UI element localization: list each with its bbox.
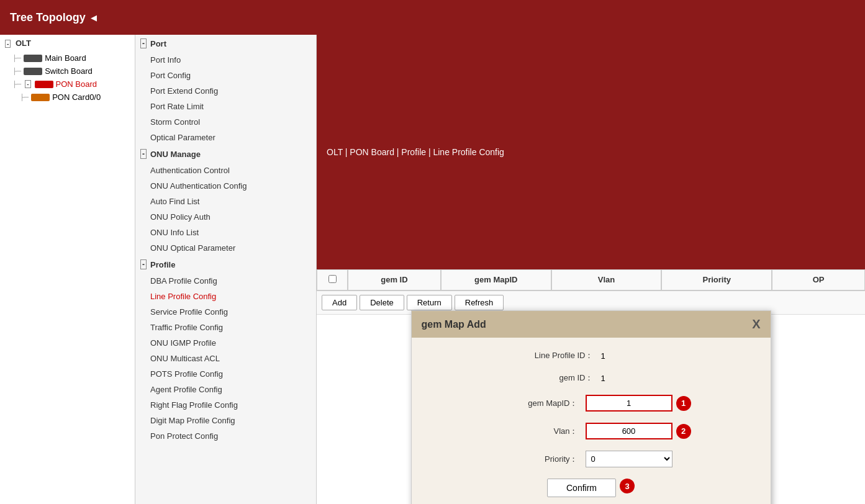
profile-section-header: - Profile xyxy=(135,256,316,273)
port-collapse-btn[interactable]: - xyxy=(140,38,147,48)
line-profile-id-row: Line Profile ID： 1 xyxy=(437,350,746,361)
switchboard-icon xyxy=(24,68,42,75)
sidebar: - OLT ├─ Main Board ├─ Switch Board ├─ -… xyxy=(0,35,135,504)
add-button[interactable]: Add xyxy=(322,295,357,310)
sidebar-item-poncard[interactable]: ├─ PON Card0/0 xyxy=(0,91,135,104)
th-priority: Priority xyxy=(661,269,772,290)
header-checkbox[interactable] xyxy=(328,275,337,283)
vlan-row: Vlan： 2 xyxy=(437,423,746,439)
nav-onu-info-list[interactable]: ONU Info List xyxy=(135,225,316,240)
nav-port-info[interactable]: Port Info xyxy=(135,52,316,68)
refresh-button[interactable]: Refresh xyxy=(455,295,504,310)
modal-close-button[interactable]: X xyxy=(752,317,760,331)
profile-collapse-btn[interactable]: - xyxy=(140,259,147,269)
breadcrumb-text: OLT | PON Board | Profile | Line Profile… xyxy=(327,147,504,157)
gem-id-label: gem ID： xyxy=(507,372,594,384)
nav-onu-auth-config[interactable]: ONU Authentication Config xyxy=(135,178,316,194)
confirm-button[interactable]: Confirm xyxy=(547,479,616,497)
mainboard-label: Main Board xyxy=(45,53,86,63)
line-profile-id-label: Line Profile ID： xyxy=(507,350,594,361)
profile-section-label: Profile xyxy=(150,260,175,269)
main-layout: - OLT ├─ Main Board ├─ Switch Board ├─ -… xyxy=(0,35,865,504)
sidebar-item-mainboard[interactable]: ├─ Main Board xyxy=(0,52,135,65)
vlan-label: Vlan： xyxy=(491,426,578,437)
nav-traffic-profile[interactable]: Traffic Profile Config xyxy=(135,320,316,335)
nav-agent-profile[interactable]: Agent Profile Config xyxy=(135,382,316,397)
ponboard-label: PON Board xyxy=(56,79,97,89)
delete-button[interactable]: Delete xyxy=(360,295,404,310)
header: Tree Topology ◀ xyxy=(0,0,865,35)
nav-onu-policy-auth[interactable]: ONU Policy Auth xyxy=(135,209,316,225)
modal-overlay: gem Map Add X Line Profile ID： 1 gem ID：… xyxy=(317,304,865,504)
gem-map-add-modal: gem Map Add X Line Profile ID： 1 gem ID：… xyxy=(411,310,771,504)
modal-body: Line Profile ID： 1 gem ID： 1 gem MapID： … xyxy=(412,338,771,504)
olt-label: OLT xyxy=(16,38,31,48)
nav-onu-multicast[interactable]: ONU Multicast ACL xyxy=(135,351,316,366)
th-checkbox[interactable] xyxy=(317,269,348,290)
mainboard-icon xyxy=(24,55,42,62)
gem-mapid-label: gem MapID： xyxy=(491,398,578,409)
nav-onu-optical-param[interactable]: ONU Optical Parameter xyxy=(135,240,316,256)
table-header: gem ID gem MapID Vlan Priority OP xyxy=(317,269,865,291)
nav-onu-igmp[interactable]: ONU IGMP Profile xyxy=(135,335,316,351)
nav-port-config[interactable]: Port Config xyxy=(135,68,316,83)
nav-optical-parameter[interactable]: Optical Parameter xyxy=(135,130,316,145)
nav-pots-profile[interactable]: POTS Profile Config xyxy=(135,366,316,382)
confirm-row: Confirm 3 xyxy=(437,479,746,497)
ponboard-icon xyxy=(35,81,53,88)
nav-storm-control[interactable]: Storm Control xyxy=(135,114,316,130)
poncard-label: PON Card0/0 xyxy=(52,92,101,102)
step-badge-2: 2 xyxy=(676,424,691,439)
switchboard-label: Switch Board xyxy=(45,66,93,76)
gem-mapid-input[interactable] xyxy=(586,395,673,412)
middle-panel: - Port Port Info Port Config Port Extend… xyxy=(135,35,317,504)
content-wrapper: gem ID gem MapID Vlan Priority OP Add De… xyxy=(317,269,865,504)
nav-line-profile[interactable]: Line Profile Config xyxy=(135,289,316,304)
priority-row: Priority： 0 1 2 3 4 5 6 7 xyxy=(437,451,746,467)
app-title: Tree Topology xyxy=(10,11,86,24)
th-vlan: Vlan xyxy=(551,269,662,290)
modal-title-bar: gem Map Add X xyxy=(412,311,771,338)
collapse-icon[interactable]: ◀ xyxy=(91,13,97,22)
vlan-input[interactable] xyxy=(586,423,673,439)
th-gem-mapid: gem MapID xyxy=(441,269,551,290)
olt-node[interactable]: - OLT xyxy=(0,35,135,52)
sidebar-item-ponboard[interactable]: ├─ - PON Board xyxy=(0,78,135,91)
sidebar-item-switchboard[interactable]: ├─ Switch Board xyxy=(0,65,135,78)
nav-auth-control[interactable]: Authentication Control xyxy=(135,163,316,178)
port-section-header: - Port xyxy=(135,35,316,52)
th-op: OP xyxy=(772,269,865,290)
port-section-label: Port xyxy=(150,39,166,48)
onu-section-label: ONU Manage xyxy=(150,150,201,159)
priority-label: Priority： xyxy=(491,454,578,465)
poncard-icon xyxy=(31,94,50,101)
gem-id-value: 1 xyxy=(601,374,676,383)
modal-title: gem Map Add xyxy=(422,319,486,330)
return-button[interactable]: Return xyxy=(407,295,452,310)
nav-pon-protect[interactable]: Pon Protect Config xyxy=(135,428,316,444)
step-badge-3: 3 xyxy=(620,479,635,493)
content-area: OLT | PON Board | Profile | Line Profile… xyxy=(317,35,865,504)
onu-section-header: - ONU Manage xyxy=(135,145,316,163)
step-badge-1: 1 xyxy=(676,396,691,411)
nav-port-extend-config[interactable]: Port Extend Config xyxy=(135,83,316,99)
nav-rightflag-profile[interactable]: Right Flag Profile Config xyxy=(135,397,316,413)
gem-mapid-row: gem MapID： 1 xyxy=(437,395,746,412)
breadcrumb: OLT | PON Board | Profile | Line Profile… xyxy=(317,35,865,269)
gem-id-row: gem ID： 1 xyxy=(437,372,746,384)
nav-port-rate-limit[interactable]: Port Rate Limit xyxy=(135,99,316,114)
nav-dba-profile[interactable]: DBA Profile Config xyxy=(135,273,316,289)
onu-collapse-btn[interactable]: - xyxy=(140,149,147,159)
nav-service-profile[interactable]: Service Profile Config xyxy=(135,304,316,320)
nav-auto-find-list[interactable]: Auto Find List xyxy=(135,194,316,209)
line-profile-id-value: 1 xyxy=(601,351,676,361)
nav-digitmap-profile[interactable]: Digit Map Profile Config xyxy=(135,413,316,428)
th-gem-id: gem ID xyxy=(348,269,441,290)
priority-select[interactable]: 0 1 2 3 4 5 6 7 xyxy=(586,451,673,467)
